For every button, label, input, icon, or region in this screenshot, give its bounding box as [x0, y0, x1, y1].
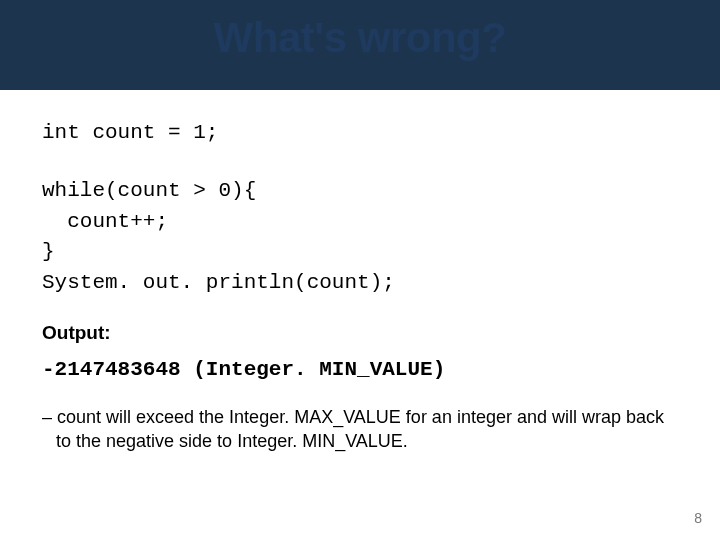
- output-label: Output:: [42, 322, 678, 344]
- code-line-5: System. out. println(count);: [42, 268, 678, 298]
- code-line-2: while(count > 0){: [42, 176, 678, 206]
- slide-title: What's wrong?: [0, 14, 720, 62]
- explanation-text: – count will exceed the Integer. MAX_VAL…: [42, 405, 678, 454]
- code-line-3: count++;: [42, 207, 678, 237]
- page-number: 8: [694, 510, 702, 526]
- output-value: -2147483648 (Integer. MIN_VALUE): [42, 358, 678, 381]
- code-line-4: }: [42, 237, 678, 267]
- slide-content: int count = 1; while(count > 0){ count++…: [0, 90, 720, 454]
- code-line-1: int count = 1;: [42, 118, 678, 148]
